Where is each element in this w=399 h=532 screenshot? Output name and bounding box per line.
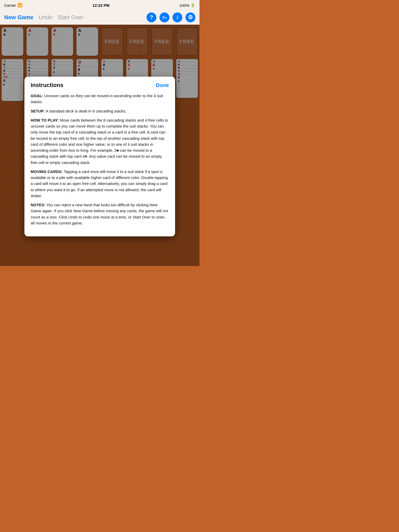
carrier-label: Carrier bbox=[4, 3, 16, 8]
setup-label: SETUP: bbox=[31, 109, 45, 113]
instructions-moving: MOVING CARDS: Tapping a card once will m… bbox=[31, 169, 169, 199]
status-left: Carrier 📶 bbox=[4, 3, 23, 8]
goal-label: GOAL: bbox=[31, 94, 43, 98]
moving-label: MOVING CARDS: bbox=[31, 169, 63, 174]
instructions-goal: GOAL: Uncover cards so they can be moved… bbox=[31, 93, 169, 105]
battery-label: 100% bbox=[179, 3, 189, 8]
info-button[interactable]: i bbox=[172, 12, 182, 22]
instructions-setup: SETUP: A standard deck is dealt in 8 cas… bbox=[31, 108, 169, 114]
question-icon: ? bbox=[150, 14, 153, 21]
undo-button[interactable]: Undo bbox=[39, 14, 52, 21]
instructions-panel: Instructions Done GOAL: Uncover cards so… bbox=[24, 77, 175, 236]
how-text: Move cards between the 8 cascading stack… bbox=[31, 118, 168, 165]
time-label: 12:22 PM bbox=[92, 3, 109, 8]
how-label: HOW TO PLAY: bbox=[31, 118, 59, 122]
settings-button[interactable]: ⚙ bbox=[185, 12, 195, 22]
setup-text: A standard deck is dealt in 8 cascading … bbox=[46, 109, 126, 113]
wifi-icon: 📶 bbox=[18, 3, 23, 8]
info-icon: i bbox=[177, 15, 178, 20]
notes-text: You can reject a new hand that looks too… bbox=[31, 203, 168, 225]
instructions-notes: NOTES: You can reject a new hand that lo… bbox=[31, 202, 169, 226]
instructions-body: GOAL: Uncover cards so they can be moved… bbox=[31, 93, 169, 226]
nav-bar: New Game Undo Start Over ? 2¹₃ i ⚙ bbox=[0, 10, 200, 25]
new-game-button[interactable]: New Game bbox=[4, 14, 34, 21]
status-bar: Carrier 📶 12:22 PM 100% 🔋 bbox=[0, 0, 200, 10]
score-icon: 2¹₃ bbox=[162, 16, 167, 19]
help-button[interactable]: ? bbox=[147, 12, 156, 22]
notes-label: NOTES: bbox=[31, 203, 45, 207]
nav-left: New Game Undo Start Over bbox=[4, 14, 83, 21]
instructions-overlay: Instructions Done GOAL: Uncover cards so… bbox=[0, 25, 200, 266]
goal-text: Uncover cards so they can be moved in as… bbox=[31, 94, 163, 104]
instructions-title: Instructions bbox=[31, 82, 63, 89]
battery-icon: 🔋 bbox=[190, 3, 195, 8]
gear-icon: ⚙ bbox=[188, 14, 193, 21]
game-board: A ♣ A ♦ A ♥ A ♠ FREE FREE FREE FREE bbox=[0, 25, 200, 266]
instructions-header: Instructions Done bbox=[31, 82, 169, 89]
start-over-button[interactable]: Start Over bbox=[57, 14, 83, 21]
nav-right: ? 2¹₃ i ⚙ bbox=[147, 12, 195, 22]
score-button[interactable]: 2¹₃ bbox=[159, 12, 169, 22]
instructions-how: HOW TO PLAY: Move cards between the 8 ca… bbox=[31, 117, 169, 165]
status-right: 100% 🔋 bbox=[179, 3, 195, 8]
instructions-done-button[interactable]: Done bbox=[156, 82, 169, 88]
